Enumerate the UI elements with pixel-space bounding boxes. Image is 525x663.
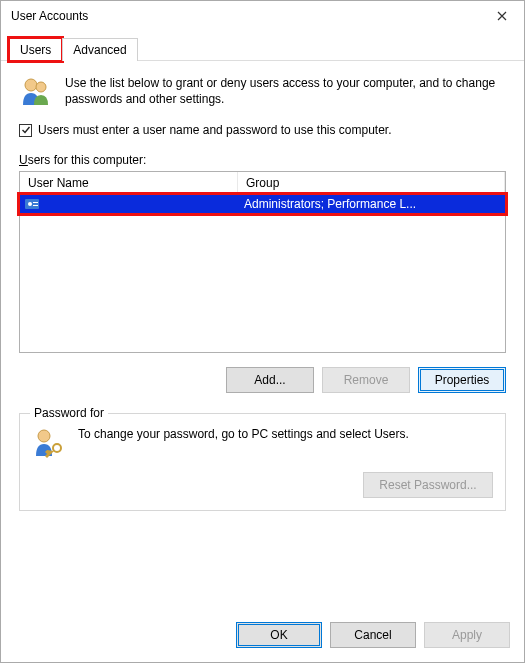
row-group: Administrators; Performance L... xyxy=(238,197,505,211)
remove-button-label: Remove xyxy=(344,373,389,387)
add-button[interactable]: Add... xyxy=(226,367,314,393)
checkmark-icon xyxy=(21,125,31,135)
svg-rect-5 xyxy=(33,205,38,206)
add-button-label: Add... xyxy=(254,373,285,387)
intro-row: Use the list below to grant or deny user… xyxy=(19,75,506,109)
users-icon xyxy=(19,75,53,109)
users-listbox[interactable]: User Name Group Administrators; Performa… xyxy=(19,171,506,353)
ok-label: OK xyxy=(270,628,287,642)
key-icon xyxy=(32,426,66,460)
list-row[interactable]: Administrators; Performance L... xyxy=(20,195,505,213)
reset-password-label: Reset Password... xyxy=(379,478,476,492)
user-accounts-dialog: User Accounts Users Advanced Use the lis… xyxy=(0,0,525,663)
tab-users-label: Users xyxy=(20,43,51,57)
require-password-checkbox[interactable] xyxy=(19,124,32,137)
svg-rect-4 xyxy=(33,202,38,203)
password-text: To change your password, go to PC settin… xyxy=(78,426,409,442)
apply-button: Apply xyxy=(424,622,510,648)
user-icon xyxy=(24,196,40,212)
svg-point-6 xyxy=(38,430,50,442)
svg-point-7 xyxy=(53,444,61,452)
require-password-row[interactable]: Users must enter a user name and passwor… xyxy=(19,123,506,137)
apply-label: Apply xyxy=(452,628,482,642)
cancel-button[interactable]: Cancel xyxy=(330,622,416,648)
column-group[interactable]: Group xyxy=(238,172,505,194)
reset-row: Reset Password... xyxy=(32,472,493,498)
password-row: To change your password, go to PC settin… xyxy=(32,426,493,460)
svg-point-1 xyxy=(36,82,46,92)
password-fieldset: Password for To change your password, go… xyxy=(19,413,506,511)
require-password-label: Users must enter a user name and passwor… xyxy=(38,123,392,137)
svg-point-3 xyxy=(28,202,32,206)
column-username[interactable]: User Name xyxy=(20,172,238,194)
user-buttons: Add... Remove Properties xyxy=(19,367,506,393)
svg-point-0 xyxy=(25,79,37,91)
tab-advanced-label: Advanced xyxy=(73,43,126,57)
titlebar: User Accounts xyxy=(1,1,524,31)
tab-advanced[interactable]: Advanced xyxy=(62,38,137,61)
tab-users[interactable]: Users xyxy=(9,38,62,61)
remove-button: Remove xyxy=(322,367,410,393)
dialog-footer: OK Cancel Apply xyxy=(1,612,524,662)
intro-text: Use the list below to grant or deny user… xyxy=(65,75,506,109)
tab-strip: Users Advanced xyxy=(1,31,524,61)
ok-button[interactable]: OK xyxy=(236,622,322,648)
users-list-label: Users for this computer: xyxy=(19,153,506,167)
cancel-label: Cancel xyxy=(354,628,391,642)
properties-button[interactable]: Properties xyxy=(418,367,506,393)
window-title: User Accounts xyxy=(11,9,479,23)
tab-content: Use the list below to grant or deny user… xyxy=(1,61,524,612)
close-icon xyxy=(497,11,507,21)
properties-button-label: Properties xyxy=(435,373,490,387)
password-legend: Password for xyxy=(30,406,108,420)
reset-password-button: Reset Password... xyxy=(363,472,493,498)
close-button[interactable] xyxy=(479,1,524,31)
list-header: User Name Group xyxy=(20,172,505,195)
